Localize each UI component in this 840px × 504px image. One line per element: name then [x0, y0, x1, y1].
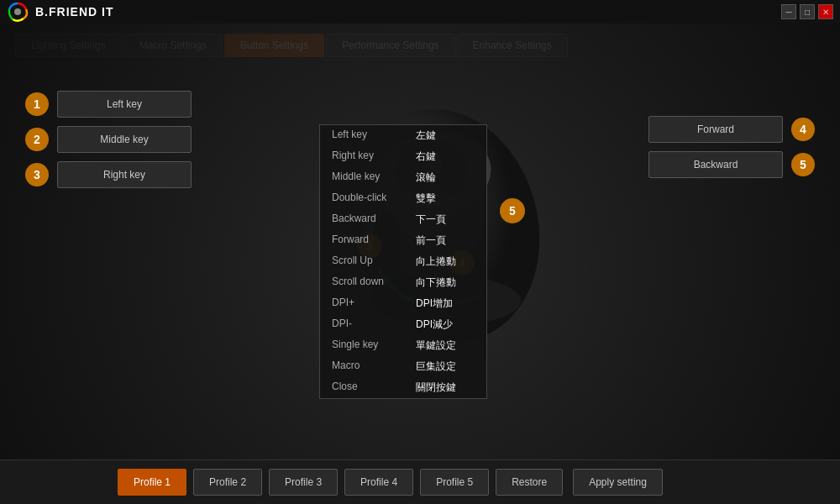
profile-5-button[interactable]: Profile 5: [420, 469, 489, 496]
right-key-row: 3 Right key: [25, 161, 192, 188]
number-badge-3: 3: [25, 163, 49, 186]
dropdown-item-scroll-down[interactable]: Scroll down 向下捲動: [320, 272, 486, 293]
profile-2-button[interactable]: Profile 2: [193, 469, 262, 496]
minimize-button[interactable]: ─: [781, 4, 796, 19]
tab-button[interactable]: Button Settings: [224, 34, 324, 57]
right-button-group: Forward 4 Backward 5: [648, 116, 815, 178]
left-button-group: 1 Left key 2 Middle key 3 Right key: [25, 91, 192, 188]
tab-performance[interactable]: Performance Settings: [326, 34, 454, 57]
app-title: B.FRIEND IT: [35, 5, 113, 18]
title-bar: B.FRIEND IT ─ □ ✕: [0, 0, 840, 24]
number-badge-2: 2: [25, 128, 49, 151]
dropdown-item-right-key[interactable]: Right key 右鍵: [320, 146, 486, 167]
title-bar-left: B.FRIEND IT: [7, 1, 113, 23]
title-bar-controls: ─ □ ✕: [781, 4, 833, 19]
tab-lighting[interactable]: Lighting Settings: [15, 34, 122, 57]
close-button[interactable]: ✕: [818, 4, 833, 19]
maximize-button[interactable]: □: [800, 4, 815, 19]
tab-macro[interactable]: Macro Settings: [123, 34, 223, 57]
dropdown-item-close[interactable]: Close 關閉按鍵: [320, 377, 486, 398]
middle-key-row: 2 Middle key: [25, 126, 192, 153]
dropdown-item-left-key[interactable]: Left key 左鍵: [320, 125, 486, 146]
backward-button[interactable]: Backward: [648, 151, 783, 178]
profile-3-button[interactable]: Profile 3: [269, 469, 338, 496]
tab-enhance[interactable]: Enhance Settings: [457, 34, 568, 57]
profile-bar: Profile 1 Profile 2 Profile 3 Profile 4 …: [0, 459, 840, 504]
key-assignment-dropdown: Left key 左鍵 Right key 右鍵 Middle key 滾輪 D…: [319, 124, 487, 399]
dropdown-item-middle-key[interactable]: Middle key 滾輪: [320, 167, 486, 188]
backward-row: Backward 5: [648, 151, 815, 178]
tabs-bar: Lighting Settings Macro Settings Button …: [0, 24, 840, 57]
svg-point-1: [14, 8, 21, 15]
left-key-button[interactable]: Left key: [57, 91, 192, 118]
dropdown-val-label: 左鍵: [416, 129, 436, 143]
dropdown-item-scroll-up[interactable]: Scroll Up 向上捲動: [320, 251, 486, 272]
forward-button[interactable]: Forward: [648, 116, 783, 143]
right-key-button[interactable]: Right key: [57, 161, 192, 188]
dropdown-item-macro[interactable]: Macro 巨集設定: [320, 356, 486, 377]
dropdown-item-single-key[interactable]: Single key 單鍵設定: [320, 335, 486, 356]
middle-key-button[interactable]: Middle key: [57, 126, 192, 153]
profile-1-button[interactable]: Profile 1: [118, 469, 186, 496]
dropdown-item-dpi-plus[interactable]: DPI+ DPI增加: [320, 293, 486, 314]
dropdown-item-double-click[interactable]: Double-click 雙擊: [320, 188, 486, 209]
dropdown-item-forward[interactable]: Forward 前一頁: [320, 230, 486, 251]
button-settings-content: 1 Left key 2 Middle key 3 Right key: [0, 57, 840, 418]
app-logo: [7, 1, 29, 23]
forward-row: Forward 4: [648, 116, 815, 143]
dropdown-key-label: Left key: [332, 129, 399, 143]
main-content: Lighting Settings Macro Settings Button …: [0, 24, 840, 504]
dropdown-item-dpi-minus[interactable]: DPI- DPI減少: [320, 314, 486, 335]
number-badge-5: 5: [791, 153, 815, 176]
profile-4-button[interactable]: Profile 4: [344, 469, 413, 496]
apply-setting-button[interactable]: Apply setting: [573, 469, 663, 496]
dropdown-item-backward[interactable]: Backward 下一頁: [320, 209, 486, 230]
number-badge-4: 4: [791, 118, 815, 141]
left-key-row: 1 Left key: [25, 91, 192, 118]
mouse-badge-5: 5: [500, 198, 525, 223]
number-badge-1: 1: [25, 92, 49, 116]
restore-button[interactable]: Restore: [496, 469, 563, 496]
